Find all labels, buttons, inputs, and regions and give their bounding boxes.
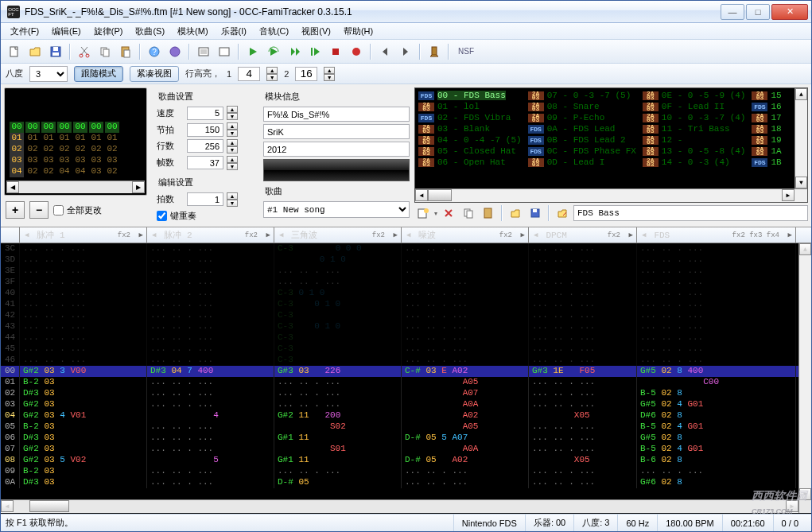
instrument-item[interactable]: 2A 030E - 0 -5 -9 (4) [643, 90, 746, 101]
delete-instrument-button[interactable] [440, 204, 457, 222]
pattern-editor[interactable]: ◀脉冲 1fx2▶◀脉冲 2fx2▶◀三角波fx2▶◀噪波fx2▶◀DPCMfx… [1, 227, 811, 514]
channel-header[interactable]: ◀FDSfx2 fx3 fx4▶ [637, 227, 796, 243]
instrument-item[interactable]: 2A 0312 - [643, 134, 746, 146]
instrument-item[interactable]: 2A 0313 - 0 -5 -8 (4) [643, 146, 746, 157]
pattern-row[interactable]: 45... .. . ...... .. . ...C-3... .. . ..… [1, 344, 811, 355]
inst-hscroll-left[interactable]: ◀ [415, 189, 428, 201]
settings-button[interactable] [425, 43, 443, 60]
pattern-row[interactable]: 40... .. . ...... .. . ...C-3 0 1 0... .… [1, 288, 811, 299]
nsf-export-button[interactable]: NSF [454, 43, 478, 60]
titlebar[interactable]: OCCFT FDS_SriK_-_F%!&_Dis_S#!%.ftm [#1 N… [1, 1, 811, 23]
add-frame-button[interactable]: + [6, 201, 25, 219]
about-button[interactable] [166, 43, 184, 60]
channel-header[interactable]: ◀三角波fx2▶ [274, 227, 402, 243]
cut-button[interactable] [76, 43, 93, 60]
pattern-row[interactable]: 43... .. . ...... .. . ...C-3 0 1 0... .… [1, 321, 811, 332]
instrument-item[interactable]: 2A 0309 - P-Echo [528, 112, 636, 123]
compact-view-toggle[interactable]: 紧凑视图 [130, 66, 179, 82]
instrument-item[interactable]: FDS0C - FDS Phase FX [528, 146, 636, 157]
menu-音轨(C)[interactable]: 音轨(C) [253, 24, 295, 39]
copy-instrument-button[interactable] [460, 204, 477, 222]
instrument-item[interactable]: FDS0A - FDS Lead [528, 123, 636, 134]
remove-frame-button[interactable]: − [29, 201, 49, 219]
instrument-item[interactable]: FDS0B - FDS Lead 2 [528, 134, 636, 146]
pattern-row[interactable]: 3D... .. . ...... .. . ... 0 1 0... .. .… [1, 254, 811, 266]
pattern-hscroll-left[interactable]: ◀ [1, 500, 14, 512]
tempo-input[interactable] [187, 123, 223, 137]
rows-input[interactable] [187, 139, 223, 153]
help-button[interactable]: ? [146, 43, 163, 60]
frame-scroll-right[interactable]: ▶ [132, 181, 145, 193]
pattern-row[interactable]: 3C... .. . ...... .. . ...C-3 0 0 0... .… [1, 243, 811, 254]
module-author-input[interactable] [263, 124, 410, 139]
change-all-checkbox[interactable]: 全部更改 [53, 204, 102, 216]
module-props-button[interactable] [195, 43, 212, 60]
menu-乐器(I)[interactable]: 乐器(I) [215, 24, 253, 39]
instrument-item[interactable]: 2A 0305 - Closed Hat [418, 146, 522, 157]
pattern-row[interactable]: 41... .. . ...... .. . ...C-3 0 1 0... .… [1, 299, 811, 310]
module-year-input[interactable] [263, 142, 410, 157]
play-pattern-button[interactable] [286, 43, 303, 60]
pattern-row[interactable]: 02D#3 03... .. . ...... .. . ... A07... … [1, 388, 811, 399]
play-cursor-button[interactable] [306, 43, 324, 60]
close-button[interactable]: ✕ [771, 4, 808, 20]
frames-input[interactable] [187, 156, 223, 169]
paste-button[interactable] [117, 43, 134, 60]
instrument-item[interactable]: 2A 0310 - 0 -3 -7 (4) [643, 112, 746, 123]
frame-row[interactable]: 00000000000000 [10, 122, 142, 133]
load-instrument-button[interactable] [507, 204, 524, 222]
step-input[interactable] [187, 192, 223, 206]
instrument-item[interactable]: 2A 030F - Lead II [643, 101, 746, 112]
octave-select[interactable]: 3 [29, 66, 68, 82]
pattern-vscroll-up[interactable]: ▲ [799, 243, 811, 255]
module-title-input[interactable] [263, 107, 410, 122]
menu-歌曲(S)[interactable]: 歌曲(S) [129, 24, 171, 39]
frame-scroll-left[interactable]: ◀ [6, 181, 19, 193]
save-file-button[interactable] [47, 43, 64, 60]
record-button[interactable] [348, 43, 365, 60]
new-instrument-button[interactable] [414, 204, 432, 222]
frame-row[interactable]: 04020204040302 [10, 166, 142, 177]
instrument-item[interactable]: 2A 0314 - 0 -3 (4) [643, 157, 746, 168]
frame-row[interactable]: 03030303030303 [10, 155, 142, 166]
maximize-button[interactable]: □ [746, 4, 770, 20]
channel-header[interactable]: ◀脉冲 1fx2▶ [20, 227, 147, 243]
pattern-row[interactable]: 03G#2 03... .. . ...... .. . ... A0A... … [1, 399, 811, 410]
inst-hscroll-right[interactable]: ▶ [782, 189, 795, 201]
instrument-item[interactable]: 2A 0308 - Snare [528, 101, 636, 112]
pattern-vscroll-down[interactable]: ▼ [799, 488, 811, 500]
pattern-row[interactable]: 00G#2 03 3 V00D#3 04 7 400G#3 03 226C-# … [1, 366, 811, 377]
pattern-row[interactable]: 3F... .. . ...... .. . ...... .. . .....… [1, 277, 811, 288]
highlight2-input[interactable] [295, 67, 317, 81]
groove-button[interactable] [216, 43, 233, 60]
play-loop-button[interactable] [265, 43, 282, 60]
song-select[interactable]: #1 New song [263, 201, 410, 218]
instrument-item[interactable]: 2A 0304 - 0 -4 -7 (5) [418, 134, 522, 146]
key-repeat-checkbox[interactable]: 键重奏 [157, 210, 257, 222]
pattern-row[interactable]: 06D#3 03... .. . ...G#1 11D-# 05 5 A07..… [1, 433, 811, 444]
new-file-button[interactable] [6, 43, 23, 60]
pattern-row[interactable]: 01B-2 03... .. . ...... .. . ... A05... … [1, 377, 811, 388]
stop-button[interactable] [327, 43, 344, 60]
instrument-item[interactable]: FDS02 - FDS Vibra [418, 112, 522, 123]
frame-row[interactable]: 02020202020202 [10, 144, 142, 155]
menu-文件(F)[interactable]: 文件(F) [4, 24, 45, 39]
next-song-button[interactable] [397, 43, 414, 60]
menu-旋律(P)[interactable]: 旋律(P) [87, 24, 130, 39]
menu-模块(M)[interactable]: 模块(M) [171, 24, 215, 39]
instrument-item[interactable]: 2A 0301 - lol [418, 101, 522, 112]
edit-instrument-button[interactable] [554, 204, 571, 222]
channel-header[interactable]: ◀DPCMfx2▶ [529, 227, 637, 243]
instrument-list[interactable]: FDS00 - FDS Bass2A 0301 - lolFDS02 - FDS… [414, 87, 808, 203]
channel-header[interactable]: ◀脉冲 2fx2▶ [147, 227, 274, 243]
speed-input[interactable] [187, 107, 223, 120]
pattern-row[interactable]: 04G#2 03 4 V01 4G#2 11 200 A02 X05D#6 02… [1, 410, 811, 421]
highlight1-input[interactable] [238, 67, 260, 81]
pattern-row[interactable]: 46... .. . ...... .. . ...C-3... .. . ..… [1, 355, 811, 366]
instrument-item[interactable]: FDS00 - FDS Bass [418, 90, 522, 101]
paste-instrument-button[interactable] [480, 204, 497, 222]
instrument-item[interactable]: 2A 030D - Lead I [528, 157, 636, 168]
frame-list[interactable]: 0000000000000001010101010101020202020202… [4, 87, 147, 196]
prev-song-button[interactable] [376, 43, 394, 60]
pattern-row[interactable]: 0AD#3 03... .. . ...D-# 05... .. . .....… [1, 477, 811, 488]
